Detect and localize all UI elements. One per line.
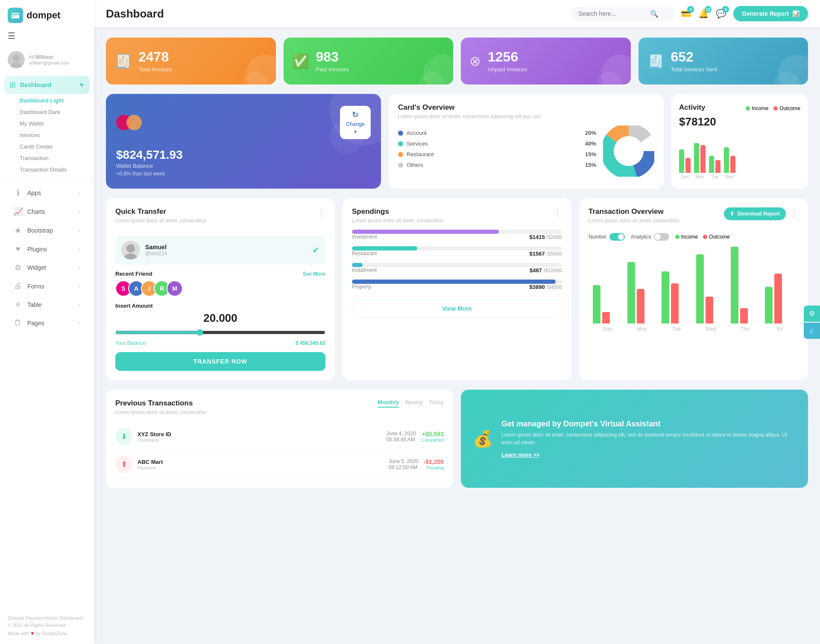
search-bar: 🔍 <box>571 7 674 21</box>
info-float-button[interactable]: 💧 <box>804 323 820 339</box>
svg-point-9 <box>126 244 135 253</box>
insert-amount-label: Insert Amount <box>115 303 325 309</box>
activity-title: Activity <box>679 103 705 112</box>
sidebar-item-charts[interactable]: 📈Charts › <box>4 203 90 221</box>
to-title: Transaction Overview <box>589 207 679 216</box>
pt-item-type: Cashback <box>138 437 381 443</box>
pt-tab-weekly[interactable]: Weekly <box>405 399 423 408</box>
spendings-card: Spendings Lorem ipsum dolor sit amet, co… <box>343 198 571 380</box>
page-title: Dashboard <box>106 7 164 20</box>
va-text: Lorem ipsum dolor sit amet, consectetur … <box>501 431 796 446</box>
settings-float-button[interactable]: ⚙ <box>804 306 820 322</box>
hamburger-menu[interactable]: ☰ <box>0 31 94 41</box>
va-title: Get managed by Dompet's Virtual Assistan… <box>501 420 796 428</box>
sidebar-sub-dashboard-light[interactable]: Dashboard Light <box>16 95 90 106</box>
pages-label: Pages <box>27 320 44 326</box>
pt-title: Previous Transactions <box>115 399 206 408</box>
overview-item-account: Account 20% <box>398 130 596 136</box>
spending-installment: Installment $487 /$10000 <box>352 263 562 274</box>
svg-point-8 <box>615 137 642 165</box>
sidebar-sub-transaction[interactable]: Transaction <box>16 152 90 164</box>
pt-tab-today[interactable]: Today <box>429 399 444 408</box>
stat-num-unpaid: 1256 <box>488 50 527 64</box>
paid-icon: ✅ <box>292 53 309 69</box>
contact-avatar <box>121 241 140 259</box>
sidebar-item-pages[interactable]: 🗒Pages › <box>4 314 90 332</box>
notifications-icon-btn[interactable]: 🔔 12 <box>698 9 709 19</box>
dashboard-icon: ⊞ <box>9 80 16 90</box>
balance-row: Your Balance $ 456,345.62 <box>115 340 325 346</box>
chart-icon: 📊 <box>792 10 800 17</box>
table-arrow: › <box>79 301 80 308</box>
sidebar-item-apps[interactable]: ℹApps › <box>4 184 90 202</box>
sidebar-item-widget[interactable]: ⚙Widget › <box>4 259 90 277</box>
va-content: Get managed by Dompet's Virtual Assistan… <box>501 420 796 458</box>
spendings-menu[interactable]: ⋮ <box>554 207 562 218</box>
va-learn-more-link[interactable]: Learn more >> <box>501 452 540 458</box>
balance-label: Your Balance <box>115 340 146 346</box>
see-all-link[interactable]: See More <box>303 271 325 277</box>
quick-transfer-card: Quick Transfer Lorem ipsum dolor sit ame… <box>106 198 335 380</box>
svg-point-3 <box>11 62 21 67</box>
pt-item-info: XYZ Store ID Cashback <box>138 431 381 443</box>
generate-report-button[interactable]: Generate Report 📊 <box>733 6 808 21</box>
contact-info: Samuel @ism224 <box>145 244 167 256</box>
sidebar-sub-transaction-details[interactable]: Transaction Details <box>16 164 90 175</box>
messages-icon-btn[interactable]: 💬 5 <box>716 9 726 19</box>
pages-arrow: › <box>79 320 80 326</box>
search-input[interactable] <box>578 10 647 17</box>
stat-label-sent: Total Invoices Sent <box>671 66 718 73</box>
user-name: William <box>35 54 53 60</box>
sent-icon: 🧾 <box>647 53 664 69</box>
pt-tab-monthly[interactable]: Monthly <box>378 399 399 408</box>
sidebar-footer: Dompet Payment Admin Dashboard © 2021 Al… <box>0 609 94 640</box>
quick-transfer-menu[interactable]: ⋮ <box>317 207 325 218</box>
widget-arrow: › <box>79 265 80 271</box>
avatar <box>8 51 25 68</box>
sidebar-item-bootstrap[interactable]: ★Bootstrap › <box>4 221 90 239</box>
friend-5[interactable]: M <box>167 280 183 297</box>
pt-subtitle: Lorem ipsum dolor sit amet, consectetur <box>115 409 206 415</box>
main-content: Dashboard 🔍 💳 2 🔔 12 💬 5 Generate Report… <box>94 0 820 644</box>
number-toggle[interactable] <box>609 233 625 241</box>
sidebar-sub-invoices[interactable]: Invoices <box>16 129 90 141</box>
stat-num-total: 2478 <box>138 50 172 64</box>
transfer-now-button[interactable]: TRANSFER NOW <box>115 352 325 371</box>
pt-item-icon-2: ⬆ <box>115 456 132 473</box>
sidebar-sub-cards-center[interactable]: Cards Center <box>16 141 90 152</box>
apps-label: Apps <box>27 189 41 196</box>
apps-arrow: › <box>79 190 80 196</box>
spending-restaurant: Restaurant $1567 /$5000 <box>352 246 562 257</box>
plugins-icon: ♥ <box>14 245 22 254</box>
sidebar-sub-dashboard-dark[interactable]: Dashboard Dark <box>16 106 90 118</box>
analytics-toggle[interactable] <box>654 233 669 241</box>
sidebar-item-table[interactable]: ≡Table › <box>4 296 90 313</box>
stat-card-sent-invoices: 🧾 652 Total Invoices Sent <box>638 38 808 85</box>
user-greeting: Hi,William <box>29 54 69 60</box>
heart-icon: ♥ <box>31 629 34 637</box>
sidebar-sub-my-wallet[interactable]: My Wallet <box>16 118 90 129</box>
user-info: Hi,William william@gmail.com <box>29 54 69 65</box>
to-x-axis: Sun Mon Tue Wed Thu Fri <box>589 326 799 332</box>
view-more-button[interactable]: View More <box>352 300 562 318</box>
sidebar-item-dashboard[interactable]: ⊞ Dashboard ▼ <box>4 76 90 94</box>
selected-contact[interactable]: Samuel @ism224 ✔ <box>115 236 325 265</box>
table-label: Table <box>27 301 41 308</box>
wallet-icon-btn[interactable]: 💳 2 <box>681 9 691 19</box>
amount-slider[interactable] <box>115 329 325 336</box>
to-menu[interactable]: ⋮ <box>790 209 799 219</box>
stat-label-total: Total Invoices <box>138 66 172 73</box>
svg-rect-0 <box>12 13 19 19</box>
middle-row: ↻ Change ▾ $824,571.93 Wallet Balance +0… <box>106 94 808 189</box>
footer-made-with: Made with ♥ by DesignZone <box>8 629 86 637</box>
wallet-amount: $824,571.93 <box>116 148 371 162</box>
download-report-button[interactable]: ⬇ Download Report <box>724 207 786 220</box>
spendings-title: Spendings <box>352 207 443 216</box>
app-name: dompet <box>26 10 60 21</box>
sidebar-item-plugins[interactable]: ♥Plugins › <box>4 240 90 258</box>
unpaid-icon: ⊗ <box>469 53 481 69</box>
stat-card-total-invoices: 🧾 2478 Total Invoices <box>106 38 276 85</box>
sidebar-item-forms[interactable]: 🖨Forms › <box>4 277 90 295</box>
sidebar-logo: dompet <box>0 8 94 31</box>
activity-amount: $78120 <box>679 115 800 128</box>
